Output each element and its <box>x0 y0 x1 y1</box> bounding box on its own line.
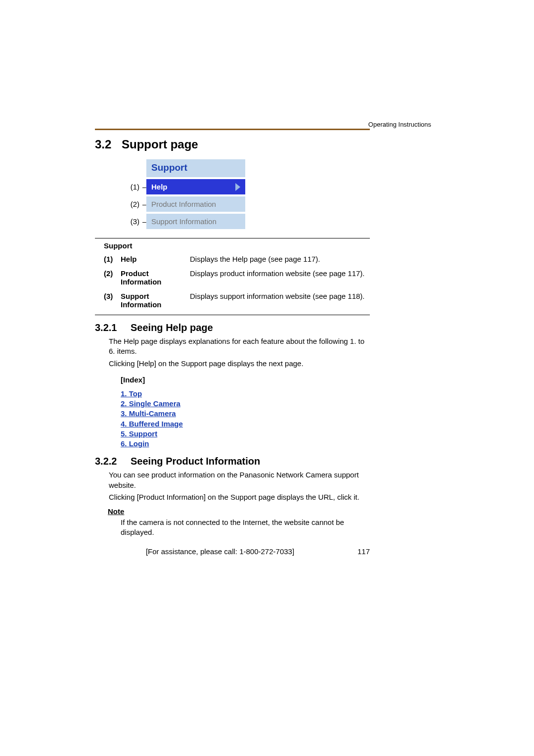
menu-marker-3: (3) <box>120 217 142 226</box>
menu-item-label: Product Information <box>151 200 216 208</box>
leader-dash: – <box>142 218 146 226</box>
menu-item-label: Help <box>151 183 168 191</box>
page-footer: [For assistance, please call: 1-800-272-… <box>95 547 370 556</box>
menu-item-product-information[interactable]: Product Information <box>146 196 245 212</box>
definition-row: (3) Support Information Displays support… <box>95 292 370 309</box>
index-link-top[interactable]: 1. Top <box>121 389 210 399</box>
definition-term: Help <box>121 255 190 263</box>
definition-term: Support Information <box>121 292 190 309</box>
help-index-figure: [Index] 1. Top 2. Single Camera 3. Multi… <box>121 376 210 449</box>
leader-dash: – <box>142 200 146 208</box>
section-number: 3.2 <box>95 138 122 151</box>
subsection-number: 3.2.1 <box>95 322 131 333</box>
body-paragraph: You can see product information on the P… <box>109 470 370 490</box>
menu-marker-2: (2) <box>120 200 142 208</box>
note-heading: Note <box>108 507 370 516</box>
support-menu-figure: Support (1) – Help (2) – Product Informa… <box>120 159 370 229</box>
index-link-multi-camera[interactable]: 3. Multi-Camera <box>121 409 210 419</box>
subsection-heading: 3.2.2Seeing Product Information <box>95 456 370 467</box>
subsection-title: Seeing Product Information <box>131 456 260 467</box>
section-heading: 3.2Support page <box>95 138 370 151</box>
definition-description: Displays support information website (se… <box>190 292 370 309</box>
separator <box>95 315 370 315</box>
definition-description: Displays the Help page (see page 117). <box>190 255 370 263</box>
index-link-login[interactable]: 6. Login <box>121 439 210 449</box>
body-paragraph: Clicking [Product Information] on the Su… <box>109 492 370 502</box>
subsection-heading: 3.2.1Seeing Help page <box>95 322 370 333</box>
menu-item-support-information[interactable]: Support Information <box>146 214 245 229</box>
definition-number: (2) <box>95 269 121 286</box>
index-link-support[interactable]: 5. Support <box>121 429 210 439</box>
index-link-buffered-image[interactable]: 4. Buffered Image <box>121 419 210 429</box>
section-title: Support page <box>122 138 198 151</box>
header-rule <box>95 129 370 130</box>
menu-item-help[interactable]: Help <box>146 179 245 194</box>
definition-row: (2) Product Information Displays product… <box>95 269 370 286</box>
definition-number: (3) <box>95 292 121 309</box>
leader-dash: – <box>142 183 146 191</box>
chevron-right-icon <box>235 183 240 191</box>
running-header: Operating Instructions <box>368 121 431 128</box>
definition-row: (1) Help Displays the Help page (see pag… <box>95 255 370 263</box>
definitions-heading: Support <box>104 241 370 250</box>
menu-item-label: Support Information <box>151 217 217 226</box>
subsection-number: 3.2.2 <box>95 456 131 467</box>
definition-description: Displays product information website (se… <box>190 269 370 286</box>
body-paragraph: The Help page displays explanations for … <box>109 336 370 357</box>
index-link-single-camera[interactable]: 2. Single Camera <box>121 399 210 409</box>
menu-title: Support <box>146 159 245 177</box>
subsection-title: Seeing Help page <box>131 322 213 333</box>
menu-marker-1: (1) <box>120 183 142 191</box>
body-paragraph: Clicking [Help] on the Support page disp… <box>109 359 370 369</box>
note-body: If the camera is not connected to the In… <box>121 518 370 538</box>
separator <box>95 238 370 238</box>
index-title: [Index] <box>121 376 210 384</box>
page-number: 117 <box>345 547 370 556</box>
definition-number: (1) <box>95 255 121 263</box>
footer-assistance: [For assistance, please call: 1-800-272-… <box>95 547 345 556</box>
definition-term: Product Information <box>121 269 190 286</box>
